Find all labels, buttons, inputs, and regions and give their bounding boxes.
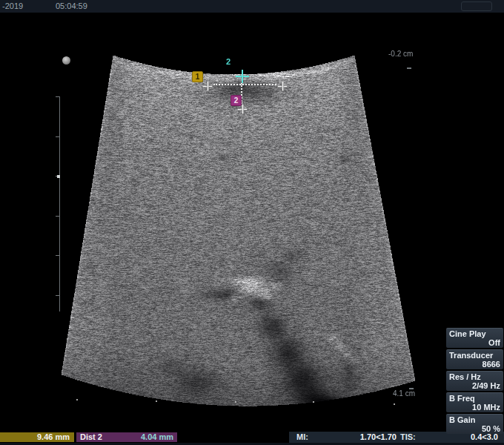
softkey-label: Cine Play — [449, 329, 486, 338]
top-right-button[interactable] — [461, 1, 492, 11]
caliper1-right-cross[interactable] — [278, 82, 288, 91]
focus-position-marker[interactable] — [57, 175, 60, 178]
ruler-tick — [56, 216, 59, 217]
exam-date: -2019 — [2, 0, 23, 13]
softkey-b-freq[interactable]: B Freq 10 MHz — [446, 392, 503, 412]
caliper1-left-cross[interactable] — [203, 82, 213, 91]
ultrasound-screen: -2019 05:04:59 -0.2 cm 4.1 cm 1 2 2 — [0, 0, 504, 445]
softkey-label: Transducer — [449, 351, 493, 360]
exam-time: 05:04:59 — [56, 0, 87, 13]
depth-label-bottom: 4.1 cm — [393, 389, 415, 398]
dist2-value: 4.04 mm — [141, 432, 173, 442]
caliper2-top-cross-active[interactable] — [236, 70, 249, 83]
top-status-bar: -2019 05:04:59 — [0, 0, 504, 13]
softkey-res-hz[interactable]: Res / Hz 2/49 Hz — [446, 371, 503, 391]
softkey-value: 50 % — [482, 424, 500, 433]
softkey-value: 8666 — [483, 360, 500, 369]
ruler-tick — [56, 136, 59, 137]
ruler-tick — [56, 295, 59, 296]
ruler-tick — [56, 96, 59, 97]
caliper1-label: 1 — [192, 71, 203, 82]
softkey-transducer[interactable]: Transducer 8666 — [446, 349, 503, 369]
softkey-label: Res / Hz — [449, 372, 481, 381]
ultrasound-image[interactable] — [0, 0, 504, 445]
mi-label: MI: — [296, 432, 308, 443]
softkey-value: 10 MHz — [472, 403, 500, 412]
dist1-result-bar: 9.46 mm — [0, 432, 74, 442]
depth-ruler — [59, 96, 60, 312]
softkey-label: B Gain — [449, 415, 475, 424]
softkey-value: 2/49 Hz — [472, 381, 500, 390]
depth-tick-bottom — [409, 388, 414, 389]
softkey-b-gain[interactable]: B Gain 50 % — [446, 414, 503, 434]
tis-label: TIS: — [400, 432, 416, 443]
measurement1-line — [213, 84, 276, 85]
active-caliper-number: 2 — [226, 57, 231, 66]
dist2-result-bar: Dist 2 4.04 mm — [76, 432, 177, 442]
softkey-panel: Cine Play Off Transducer 8666 Res / Hz 2… — [446, 328, 503, 435]
dist2-label: Dist 2 — [80, 432, 102, 442]
ruler-tick — [56, 255, 59, 256]
dist1-value: 9.46 mm — [37, 432, 70, 441]
depth-tick-top — [407, 67, 411, 69]
mi-value: 1.70<1.70 — [356, 432, 397, 443]
softkey-value: Off — [488, 338, 500, 347]
softkey-label: B Freq — [449, 394, 475, 403]
depth-label-top: -0.2 cm — [388, 50, 413, 58]
softkey-cine-play[interactable]: Cine Play Off — [446, 328, 503, 348]
orientation-marker-icon — [62, 56, 70, 65]
caliper2-label: 2 — [231, 95, 242, 106]
